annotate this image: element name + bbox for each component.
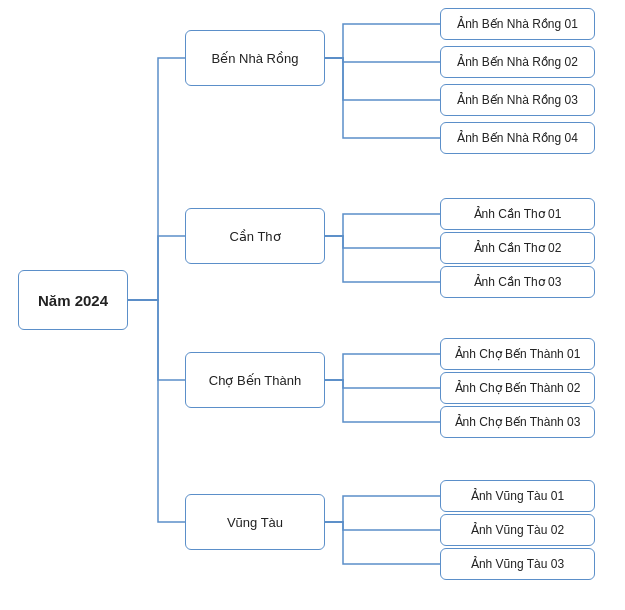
mid-node-ben-nha-rong: Bến Nhà Rồng <box>185 30 325 86</box>
leaf-node-anh-vung-tau-01: Ảnh Vũng Tàu 01 <box>440 480 595 512</box>
leaf-node-anh-can-tho-03: Ảnh Cần Thơ 03 <box>440 266 595 298</box>
leaf-node-anh-can-tho-02: Ảnh Cần Thơ 02 <box>440 232 595 264</box>
leaf-node-anh-cho-ben-thanh-03: Ảnh Chợ Bến Thành 03 <box>440 406 595 438</box>
root-label: Năm 2024 <box>38 292 108 309</box>
mid-node-can-tho: Cần Thơ <box>185 208 325 264</box>
leaf-node-anh-vung-tau-03: Ảnh Vũng Tàu 03 <box>440 548 595 580</box>
root-node: Năm 2024 <box>18 270 128 330</box>
leaf-node-anh-cho-ben-thanh-01: Ảnh Chợ Bến Thành 01 <box>440 338 595 370</box>
mindmap-diagram: Năm 2024 Bến Nhà RồngẢnh Bến Nhà Rồng 01… <box>0 0 625 610</box>
leaf-node-anh-ben-nha-rong-03: Ảnh Bến Nhà Rồng 03 <box>440 84 595 116</box>
mid-node-cho-ben-thanh: Chợ Bến Thành <box>185 352 325 408</box>
leaf-node-anh-cho-ben-thanh-02: Ảnh Chợ Bến Thành 02 <box>440 372 595 404</box>
leaf-node-anh-vung-tau-02: Ảnh Vũng Tàu 02 <box>440 514 595 546</box>
leaf-node-anh-can-tho-01: Ảnh Cần Thơ 01 <box>440 198 595 230</box>
leaf-node-anh-ben-nha-rong-02: Ảnh Bến Nhà Rồng 02 <box>440 46 595 78</box>
leaf-node-anh-ben-nha-rong-04: Ảnh Bến Nhà Rồng 04 <box>440 122 595 154</box>
mid-node-vung-tau: Vũng Tàu <box>185 494 325 550</box>
leaf-node-anh-ben-nha-rong-01: Ảnh Bến Nhà Rồng 01 <box>440 8 595 40</box>
